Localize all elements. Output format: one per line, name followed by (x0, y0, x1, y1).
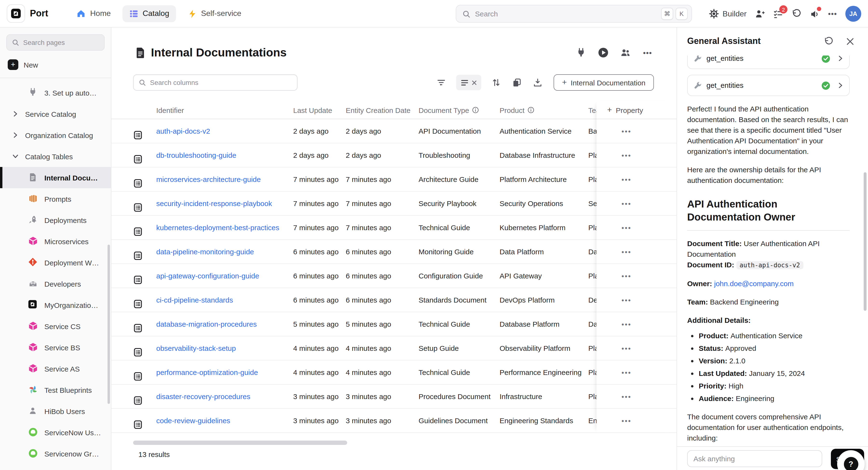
row-more-button[interactable]: ••• (622, 296, 631, 304)
sidebar-item-deployment-w[interactable]: Deployment W… (0, 252, 111, 273)
cell-identifier[interactable]: disaster-recovery-procedures (156, 392, 293, 401)
sidebar-item-3-set-up-auto[interactable]: 3. Set up auto… (0, 82, 111, 103)
people-icon[interactable] (620, 47, 631, 58)
owner-email-link[interactable]: john.doe@company.com (714, 280, 794, 288)
sidebar-item-service-cs[interactable]: Service CS (0, 316, 111, 337)
nav-catalog[interactable]: Catalog (122, 5, 176, 22)
invite-user-button[interactable] (755, 9, 765, 19)
sidebar-search-input[interactable] (23, 38, 111, 46)
cell-identifier[interactable]: db-troubleshooting-guide (156, 151, 293, 159)
row-more-button[interactable]: ••• (622, 224, 631, 231)
sort-icon[interactable] (490, 77, 502, 88)
row-more-button[interactable]: ••• (622, 320, 631, 328)
nav-self-service[interactable]: Self-service (181, 5, 248, 22)
search-columns[interactable] (133, 74, 298, 91)
sidebar-item-catalog-tables[interactable]: Catalog Tables (0, 146, 111, 167)
row-more-button[interactable]: ••• (622, 272, 631, 280)
sidebar-item-organization-catalog[interactable]: Organization Catalog (0, 124, 111, 146)
column-header-identifier[interactable]: Identifier (156, 106, 293, 114)
sidebar-item-microservices[interactable]: Microservices (0, 231, 111, 252)
cell-identifier[interactable]: database-migration-procedures (156, 320, 293, 328)
reset-icon[interactable] (823, 36, 833, 47)
close-icon[interactable] (845, 36, 856, 47)
sidebar-item-servicenow-gr[interactable]: Servicenow Gr… (0, 443, 111, 464)
row-more-button[interactable]: ••• (622, 175, 631, 183)
ask-anything-input[interactable] (687, 450, 822, 467)
tool-call-card[interactable]: get_entities (687, 75, 850, 96)
more-menu-button[interactable]: ••• (828, 10, 837, 18)
row-more-button[interactable]: ••• (622, 127, 631, 135)
cell-identifier[interactable]: security-incident-response-playbook (156, 199, 293, 207)
column-header-product[interactable]: Product (500, 106, 588, 114)
row-more-button[interactable]: ••• (622, 151, 631, 159)
row-more-button[interactable]: ••• (622, 344, 631, 352)
cell-product: Kubernetes Platform (500, 224, 588, 232)
row-actions: ••• (596, 312, 677, 336)
cell-last-update: 7 minutes ago (293, 199, 346, 207)
cell-identifier[interactable]: auth-api-docs-v2 (156, 127, 293, 135)
row-actions: ••• (596, 360, 677, 385)
cell-last-update: 2 days ago (293, 151, 346, 159)
sidebar-item-service-catalog[interactable]: Service Catalog (0, 103, 111, 124)
search-input[interactable] (475, 10, 659, 18)
add-property-button[interactable]: + Property (596, 101, 677, 119)
sidebar-item-service-bs[interactable]: Service BS (0, 337, 111, 358)
new-button[interactable]: + New (0, 56, 111, 73)
download-icon[interactable] (532, 77, 544, 88)
builder-button[interactable]: Builder (709, 9, 747, 19)
sidebar-search[interactable] (6, 34, 105, 51)
group-by-toggle[interactable] (456, 75, 481, 90)
assistant-panel: General Assistant get_entitiesget_entiti… (677, 28, 868, 470)
play-circle-icon[interactable] (597, 47, 609, 58)
announcements-dot (817, 7, 821, 11)
add-internal-documentation-button[interactable]: + Internal Documentation (554, 74, 654, 91)
sidebar-item-label: Developers (44, 280, 106, 288)
announcements-button[interactable] (810, 9, 820, 19)
nav-home[interactable]: Home (69, 5, 117, 22)
global-search[interactable]: ⌘ K (456, 5, 692, 23)
sidebar-item-prompts[interactable]: Prompts (0, 188, 111, 209)
search-columns-input[interactable] (150, 79, 292, 86)
plug-icon[interactable] (575, 47, 587, 58)
row-more-button[interactable]: ••• (622, 248, 631, 256)
sidebar-item-developers[interactable]: Developers (0, 273, 111, 294)
row-more-button[interactable]: ••• (622, 417, 631, 424)
ellipsis-icon[interactable]: ••• (642, 47, 653, 58)
column-header-document-type[interactable]: Document Type (418, 106, 500, 114)
sidebar-item-service-as[interactable]: Service AS (0, 358, 111, 379)
row-actions: ••• (596, 119, 677, 143)
cell-identifier[interactable]: observability-stack-setup (156, 344, 293, 352)
cell-identifier[interactable]: kubernetes-deployment-best-practices (156, 224, 293, 232)
sidebar-item-hibob-users[interactable]: HiBob Users (0, 401, 111, 422)
k-key-badge: K (676, 8, 688, 20)
avatar[interactable]: JA (845, 6, 861, 22)
owner-label: Owner: (687, 280, 712, 288)
port-logo[interactable] (7, 4, 25, 23)
tasks-button[interactable]: 2 (773, 9, 783, 19)
history-button[interactable] (791, 9, 802, 19)
cell-identifier[interactable]: performance-optimization-guide (156, 368, 293, 376)
sidebar-scrollbar[interactable] (107, 245, 110, 404)
entity-doc-icon (133, 227, 156, 236)
row-more-button[interactable]: ••• (622, 392, 631, 400)
list-view-icon (461, 79, 469, 87)
row-more-button[interactable]: ••• (622, 200, 631, 207)
tool-call-card[interactable]: get_entities (687, 56, 850, 69)
cell-identifier[interactable]: api-gateway-configuration-guide (156, 272, 293, 280)
cell-identifier[interactable]: data-pipeline-monitoring-guide (156, 247, 293, 256)
sidebar-item-test-blueprints[interactable]: Test Blueprints (0, 379, 111, 401)
column-header-entity-creation-date[interactable]: Entity Creation Date (346, 106, 418, 114)
assistant-scrollbar[interactable] (864, 172, 867, 311)
horizontal-scrollbar[interactable] (133, 441, 347, 445)
copy-icon[interactable] (511, 77, 523, 88)
sidebar-item-deployments[interactable]: Deployments (0, 209, 111, 231)
filter-icon[interactable] (435, 77, 447, 88)
row-more-button[interactable]: ••• (622, 369, 631, 376)
cell-identifier[interactable]: ci-cd-pipeline-standards (156, 296, 293, 304)
sidebar-item-internal-docu[interactable]: Internal Docu… (0, 167, 111, 188)
cell-identifier[interactable]: microservices-architecture-guide (156, 175, 293, 183)
sidebar-item-myorganizatio[interactable]: MyOrganizatio… (0, 294, 111, 316)
cell-identifier[interactable]: code-review-guidelines (156, 416, 293, 424)
column-header-last-update[interactable]: Last Update (293, 106, 346, 114)
sidebar-item-servicenow-us[interactable]: ServiceNow Us… (0, 422, 111, 443)
